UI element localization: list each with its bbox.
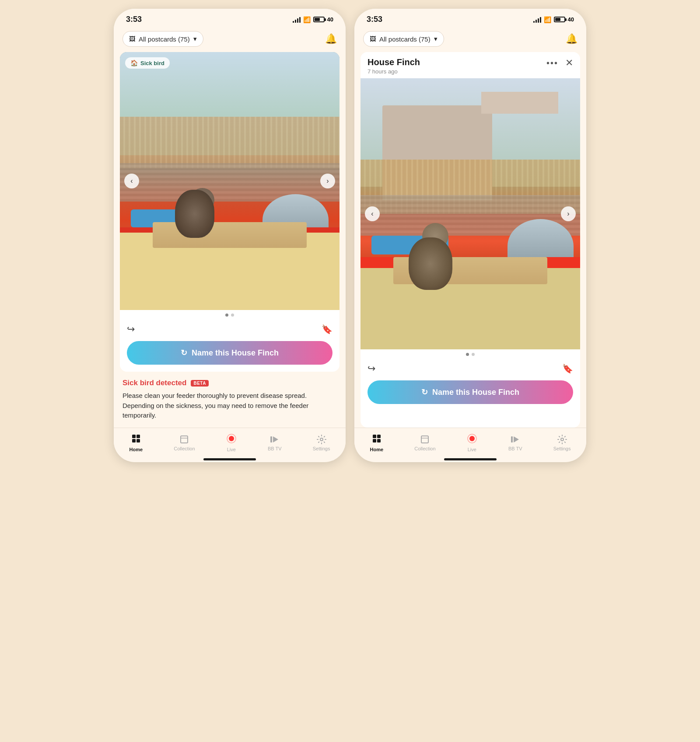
dropdown-icon-2: ▾	[434, 35, 438, 43]
svg-rect-9	[270, 436, 272, 442]
sick-title-row: Sick bird detected BETA	[122, 379, 337, 387]
settings-icon-1	[316, 434, 327, 445]
bird-image-1: 🏠 Sick bird ‹ ›	[120, 52, 340, 310]
bbtv-icon-2	[510, 434, 521, 445]
bird-scene-1	[120, 52, 340, 310]
svg-point-17	[469, 436, 475, 441]
nav-home-label-1: Home	[130, 447, 143, 452]
battery-icon-1	[313, 17, 325, 22]
signal-bars-1	[293, 17, 301, 23]
status-bar-1: 3:53 📶 40	[114, 9, 346, 28]
share-icon-1[interactable]: ↪	[127, 324, 135, 335]
nav-bbtv-1[interactable]: BB TV	[268, 434, 282, 451]
image-dots-1	[120, 310, 340, 318]
card-bottom-2: ↪ 🔖 ↻ Name this House Finch	[360, 358, 580, 411]
svg-marker-19	[514, 436, 519, 442]
svg-point-21	[561, 438, 564, 441]
next-arrow-2[interactable]: ›	[561, 206, 576, 221]
postcards-button-1[interactable]: 🖼 All postcards (75) ▾	[122, 31, 203, 47]
card-header-row-2: House Finch 7 hours ago ••• ✕	[368, 57, 573, 75]
card-actions-row-1: ↪ 🔖	[127, 324, 332, 335]
nav-bbtv-label-2: BB TV	[508, 446, 522, 451]
svg-rect-15	[421, 436, 428, 443]
nav-collection-1[interactable]: Collection	[174, 434, 195, 451]
battery-label-1: 40	[327, 16, 333, 23]
name-btn-refresh-icon-2: ↻	[421, 387, 428, 397]
next-arrow-1[interactable]: ›	[320, 174, 335, 188]
beta-badge: BETA	[191, 380, 208, 387]
share-icon-2[interactable]: ↪	[368, 363, 375, 374]
nav-collection-label-1: Collection	[174, 446, 195, 451]
card-actions-row-2: ↪ 🔖	[368, 363, 573, 374]
bookmark-icon-2[interactable]: 🔖	[562, 363, 573, 374]
nav-settings-1[interactable]: Settings	[313, 434, 330, 451]
card-header-actions-2: ••• ✕	[546, 57, 573, 69]
svg-rect-1	[136, 435, 140, 438]
name-btn-label-1: Name this House Finch	[192, 348, 279, 358]
live-icon-1	[226, 433, 237, 444]
bbtv-icon-1	[270, 434, 280, 445]
close-button-2[interactable]: ✕	[565, 57, 573, 69]
battery-label-2: 40	[568, 16, 574, 23]
collection-icon-2	[420, 434, 430, 445]
nav-collection-2[interactable]: Collection	[414, 434, 435, 451]
nav-home-1[interactable]: Home	[130, 433, 143, 452]
sick-icon: 🏠	[130, 59, 138, 66]
dot-2-inactive	[472, 353, 475, 356]
name-btn-1[interactable]: ↻ Name this House Finch	[127, 341, 332, 365]
svg-point-6	[229, 436, 234, 441]
postcards-label-2: All postcards (75)	[379, 35, 430, 43]
bird-scene-2	[360, 78, 580, 349]
settings-icon-2	[557, 434, 567, 445]
card-area-2: House Finch 7 hours ago ••• ✕	[360, 52, 580, 428]
nav-home-2[interactable]: Home	[370, 433, 384, 452]
status-icons-2: 📶 40	[533, 16, 574, 23]
nav-live-label-2: Live	[468, 447, 476, 452]
nav-bbtv-label-1: BB TV	[268, 446, 282, 451]
prev-arrow-2[interactable]: ‹	[365, 206, 380, 221]
nav-bbtv-2[interactable]: BB TV	[508, 434, 522, 451]
prev-arrow-1[interactable]: ‹	[124, 174, 139, 188]
sick-description: Please clean your feeder thoroughly to p…	[122, 391, 337, 421]
more-button-2[interactable]: •••	[546, 58, 558, 68]
battery-icon-2	[554, 17, 565, 22]
nav-live-2[interactable]: Live	[467, 433, 477, 452]
bird-image-2: ‹ ›	[360, 78, 580, 349]
bottom-nav-2: Home Collection Live	[354, 428, 586, 456]
home-indicator-1	[203, 458, 256, 460]
svg-rect-11	[373, 435, 376, 438]
nav-collection-label-2: Collection	[414, 446, 435, 451]
bell-icon-2[interactable]: 🔔	[566, 33, 578, 45]
bookmark-icon-1[interactable]: 🔖	[322, 324, 332, 334]
home-icon-2	[371, 433, 382, 444]
status-icons-1: 📶 40	[293, 16, 333, 23]
postcards-button-2[interactable]: 🖼 All postcards (75) ▾	[363, 31, 444, 47]
status-time-2: 3:53	[367, 15, 382, 24]
dropdown-icon-1: ▾	[193, 35, 197, 43]
nav-settings-label-2: Settings	[553, 446, 571, 451]
status-bar-2: 3:53 📶 40	[354, 9, 586, 28]
dot-1-active	[225, 314, 228, 317]
nav-live-1[interactable]: Live	[226, 433, 237, 452]
card-bottom-1: ↪ 🔖 ↻ Name this House Finch	[120, 318, 340, 372]
name-btn-2[interactable]: ↻ Name this House Finch	[368, 380, 573, 404]
image-dots-2	[360, 349, 580, 358]
sick-title-text: Sick bird detected	[122, 379, 186, 387]
signal-bars-2	[533, 17, 541, 23]
live-icon-2	[467, 433, 477, 444]
svg-rect-0	[132, 435, 136, 438]
svg-rect-2	[132, 439, 136, 442]
header-1: 🖼 All postcards (75) ▾ 🔔	[114, 28, 346, 52]
nav-home-label-2: Home	[370, 447, 384, 452]
sick-section: Sick bird detected BETA Please clean you…	[114, 372, 346, 428]
wifi-icon-1: 📶	[303, 16, 311, 23]
dot-1-inactive	[231, 314, 234, 317]
bell-icon-1[interactable]: 🔔	[325, 33, 337, 45]
home-icon-1	[131, 433, 141, 444]
nav-settings-label-1: Settings	[313, 446, 330, 451]
phone-2: 3:53 📶 40 🖼 All postcards (75)	[354, 9, 586, 462]
collection-icon-1	[179, 434, 189, 445]
svg-marker-8	[273, 436, 278, 442]
nav-settings-2[interactable]: Settings	[553, 434, 571, 451]
status-time-1: 3:53	[126, 15, 142, 24]
